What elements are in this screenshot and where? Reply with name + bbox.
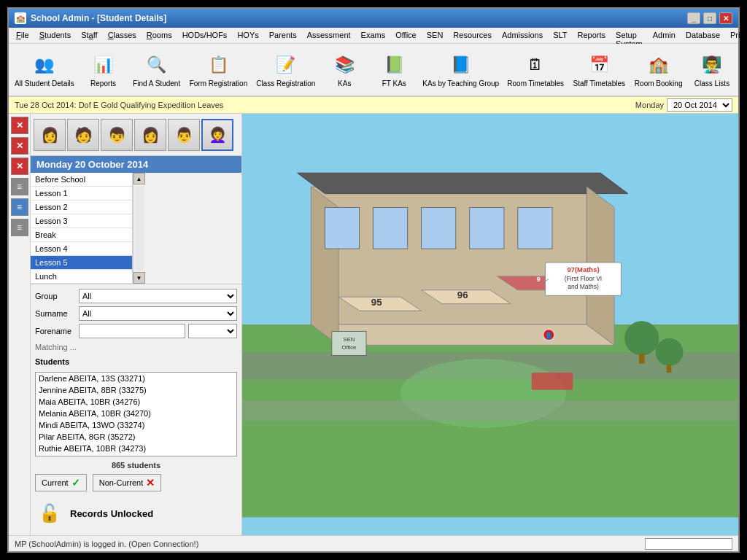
svg-text:and Maths): and Maths) [568,283,599,290]
menu-bar: File Students Staff Classes Rooms HODs/H… [9,28,738,44]
timetable-lesson1[interactable]: Lesson 1 [31,187,132,201]
menu-admin[interactable]: Admin [649,29,680,42]
menu-students[interactable]: Students [35,29,75,42]
building-map: 95 96 9 97(Maths) (First Floor VI and Ma… [242,114,738,535]
reports-button[interactable]: 📊 Reports [82,49,125,90]
timetable-break[interactable]: Break [31,228,132,242]
day-label: Monday [635,101,664,109]
date-dropdown[interactable]: 20 Oct 2014 [667,98,732,112]
staff-tt-label: Staff Timetables [573,79,626,88]
timetable-lesson4[interactable]: Lesson 4 [31,242,132,256]
side-menu-btn-2[interactable]: ≡ [11,198,28,216]
svg-rect-31 [667,365,672,373]
avatar-3[interactable]: 👦 [101,119,133,151]
all-student-details-button[interactable]: 👥 All Student Details [13,49,76,90]
avatar-5[interactable]: 👨 [168,119,200,151]
menu-sen[interactable]: SEN [422,29,448,42]
calendar-date: Monday 20 October 2014 [36,159,148,170]
svg-text:95: 95 [371,297,382,308]
svg-point-30 [656,338,684,366]
close-button[interactable]: ✕ [719,12,732,24]
status-text: MP (SchoolAdmin) is logged in. (Open Con… [15,540,198,548]
forename-label: Forename [35,327,76,335]
svg-text:9: 9 [536,275,540,283]
students-label: Students [35,356,237,368]
form-reg-icon: 📋 [205,52,231,78]
surname-dropdown[interactable]: All [79,306,237,321]
class-lists-button[interactable]: 👨‍🏫 Class Lists [690,49,734,90]
group-dropdown[interactable]: All [79,289,237,303]
menu-setup[interactable]: Setup System [611,29,647,42]
current-label: Current [42,478,69,487]
menu-classes[interactable]: Classes [104,29,141,42]
svg-rect-12 [518,207,552,249]
room-timetables-button[interactable]: 🗓 Room Timetables [506,49,565,90]
timetable-before-school[interactable]: Before School [31,173,132,187]
side-close-btn-2[interactable]: ✕ [11,137,28,155]
forename-input[interactable] [79,324,185,338]
minimize-button[interactable]: _ [687,12,700,24]
timetable-lunch[interactable]: Lunch [31,270,132,284]
timetable-lesson2[interactable]: Lesson 2 [31,201,132,214]
menu-slt[interactable]: SLT [549,29,571,42]
student-item[interactable]: Ryann ABEITA, 10BR (34279) [36,454,236,456]
menu-printouts[interactable]: Printouts [726,29,747,42]
student-item[interactable]: Pilar ABEITA, 8GR (35272) [36,431,236,443]
staff-timetables-button[interactable]: 📅 Staff Timetables [571,49,627,90]
student-item[interactable]: Maia ABEITA, 10BR (34276) [36,396,236,408]
side-close-btn-1[interactable]: ✕ [11,117,28,134]
group-label: Group [35,292,76,300]
room-booking-label: Room Booking [635,79,683,88]
student-item[interactable]: Ruthie ABEITA, 10BR (34273) [36,443,236,454]
room-booking-button[interactable]: 🏫 Room Booking [632,49,684,90]
find-student-button[interactable]: 🔍 Find A Student [131,49,182,90]
timetable-lesson5[interactable]: Lesson 5 [31,256,132,270]
timetable-scrollbar[interactable]: ▲ ▼ [133,173,144,284]
menu-hods[interactable]: HODs/HOFs [178,29,232,42]
menu-parents[interactable]: Parents [265,29,301,42]
scroll-up[interactable]: ▲ [133,173,145,184]
forename-dropdown[interactable] [188,324,237,338]
student-item[interactable]: Melania ABEITA, 10BR (34270) [36,408,236,419]
room-booking-icon: 🏫 [646,52,672,78]
kas-teaching-group-button[interactable]: 📘 KAs by Teaching Group [422,49,500,90]
menu-rooms[interactable]: Rooms [142,29,177,42]
avatar-btn-selected[interactable]: 👩‍🦱 [201,119,233,151]
menu-hoys[interactable]: HOYs [233,29,263,42]
class-registration-button[interactable]: 📝 Class Registration [255,49,317,90]
student-item[interactable]: Mindi ABEITA, 13WO (33274) [36,419,236,431]
ft-kas-button[interactable]: 📗 FT KAs [372,49,416,90]
side-menu-btn-3[interactable]: ≡ [11,219,28,236]
svg-rect-33 [532,373,573,390]
main-area: 95 96 9 97(Maths) (First Floor VI and Ma… [242,114,738,535]
student-item[interactable]: Darlene ABEITA, 13S (33271) [36,373,236,384]
avatar-4[interactable]: 👩 [134,119,166,151]
menu-exams[interactable]: Exams [357,29,390,42]
menu-reports[interactable]: Reports [573,29,611,42]
student-count: 865 students [35,461,237,470]
scroll-down[interactable]: ▼ [133,272,145,284]
scroll-track[interactable] [135,186,144,271]
menu-admissions[interactable]: Admissions [498,29,547,42]
menu-file[interactable]: File [12,29,34,42]
side-menu-btn-1[interactable]: ≡ [11,178,28,195]
menu-resources[interactable]: Resources [449,29,496,42]
form-registration-button[interactable]: 📋 Form Registration [188,49,249,90]
menu-database[interactable]: Database [681,29,724,42]
menu-staff[interactable]: Staff [77,29,101,42]
student-item[interactable]: Jennine ABEITA, 8BR (33275) [36,384,236,396]
avatar-1[interactable]: 👩 [34,119,66,151]
non-current-button[interactable]: Non-Current ✕ [93,474,162,491]
maximize-button[interactable]: □ [703,12,716,24]
records-unlocked-text: Records Unlocked [70,508,153,519]
kas-button[interactable]: 📚 KAs [322,49,366,90]
menu-office[interactable]: Office [391,29,421,42]
menu-assessment[interactable]: Assessment [303,29,355,42]
avatar-2[interactable]: 🧑 [67,119,99,151]
current-button[interactable]: Current ✓ [35,474,87,491]
side-close-btn-3[interactable]: ✕ [11,158,28,175]
timetable-lesson3[interactable]: Lesson 3 [31,214,132,228]
status-progress [645,538,732,550]
svg-rect-24 [332,331,366,355]
class-lists-icon: 👨‍🏫 [699,52,725,78]
